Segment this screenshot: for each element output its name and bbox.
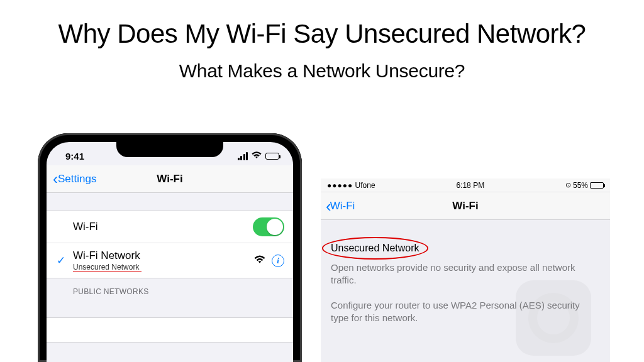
connected-network-row[interactable]: ✓ Wi-Fi Network Unsecured Network i (47, 243, 293, 278)
status-time: 6:18 PM (456, 181, 484, 190)
connected-network-text: Wi-Fi Network Unsecured Network (73, 250, 140, 272)
wifi-toggle[interactable] (253, 217, 284, 236)
title-sub: What Makes a Network Unsecure? (0, 60, 644, 82)
status-right (238, 151, 280, 161)
phone-right-screenshot: ●●●●● Ufone 6:18 PM ⊙ 55% ‹ Wi-Fi Wi-Fi … (321, 178, 610, 362)
carrier-name: Ufone (355, 181, 375, 190)
phone-left-screen: 9:41 ‹ Settings Wi-Fi (47, 142, 293, 362)
battery-icon (590, 182, 604, 189)
cellular-dots-icon: ●●●●● (327, 181, 353, 190)
network-name: Wi-Fi Network (73, 250, 140, 261)
info-icon[interactable]: i (272, 255, 284, 267)
back-label: Settings (58, 173, 96, 185)
row-accessories: i (254, 255, 284, 267)
battery-pct: 55% (573, 181, 588, 190)
alarm-icon: ⊙ (565, 181, 571, 189)
settings-list: Wi-Fi ✓ Wi-Fi Network Unsecured Network (47, 211, 293, 278)
wifi-icon (252, 151, 262, 161)
status-battery: ⊙ 55% (565, 181, 604, 190)
wifi-toggle-row[interactable]: Wi-Fi (47, 211, 293, 243)
unsecured-heading: Unsecured Network (331, 241, 419, 255)
battery-icon (265, 153, 279, 160)
public-networks-list (47, 317, 293, 343)
settings-app-icon-watermark (516, 280, 591, 356)
checkmark-icon: ✓ (55, 254, 67, 267)
status-bar-old: ●●●●● Ufone 6:18 PM ⊙ 55% (321, 178, 610, 192)
back-button[interactable]: ‹ Settings (53, 172, 96, 187)
chevron-left-icon: ‹ (53, 172, 58, 187)
back-button[interactable]: ‹ Wi-Fi (326, 198, 355, 214)
nav-title: Wi-Fi (452, 200, 478, 212)
wifi-signal-icon (254, 255, 265, 266)
status-left: ●●●●● Ufone (327, 181, 375, 190)
cellular-signal-icon (238, 152, 248, 160)
nav-bar: ‹ Settings Wi-Fi (47, 165, 293, 193)
section-header-public: PUBLIC NETWORKS (47, 278, 293, 300)
red-underline-annotation (73, 272, 142, 273)
network-sublabel: Unsecured Network (73, 263, 140, 272)
notch (116, 142, 223, 157)
nav-title: Wi-Fi (157, 173, 182, 185)
status-time: 9:41 (65, 151, 84, 162)
back-label: Wi-Fi (330, 200, 355, 212)
phone-left-frame: 9:41 ‹ Settings Wi-Fi (38, 133, 302, 362)
phones-row: 9:41 ‹ Settings Wi-Fi (0, 133, 644, 362)
nav-bar: ‹ Wi-Fi Wi-Fi (321, 192, 610, 220)
wifi-toggle-label: Wi-Fi (73, 221, 98, 233)
gear-icon (528, 293, 579, 343)
title-main: Why Does My Wi-Fi Say Unsecured Network? (0, 19, 644, 49)
